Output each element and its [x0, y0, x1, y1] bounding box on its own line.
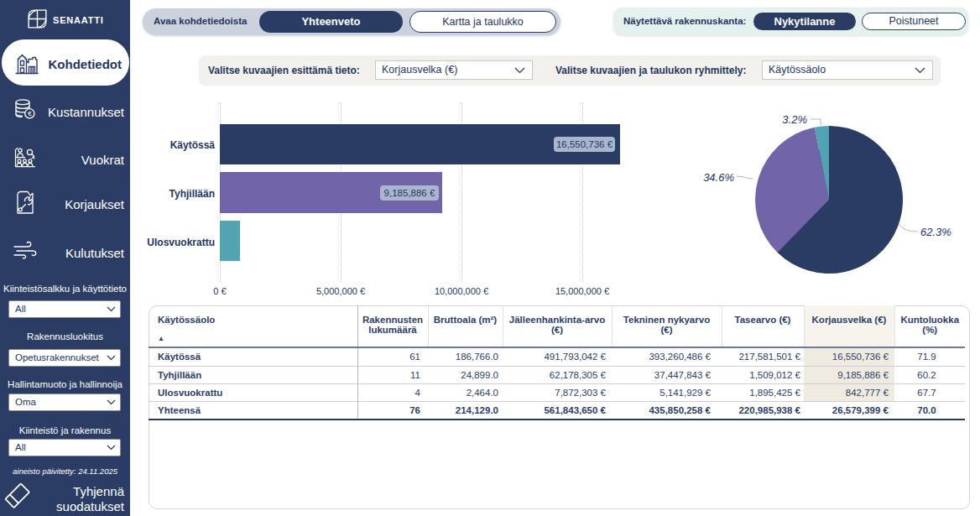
svg-text:3.2%: 3.2%	[782, 113, 807, 126]
svg-text:62.3%: 62.3%	[920, 226, 951, 238]
svg-text:34.6%: 34.6%	[703, 171, 734, 184]
